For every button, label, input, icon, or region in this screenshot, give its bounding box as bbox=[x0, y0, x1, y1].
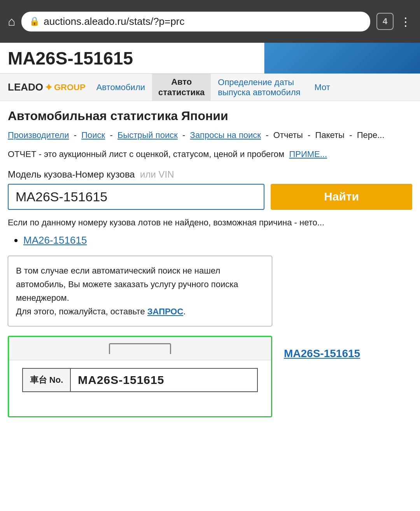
breadcrumb-search-queries[interactable]: Запросы на поиск bbox=[190, 130, 261, 140]
vin-plate-row: 車台 No. MA26S-151615 bbox=[22, 368, 258, 392]
vin-image-section: 車台 No. MA26S-151615 MA26S-151615 bbox=[8, 336, 412, 417]
vin-image-top bbox=[9, 337, 271, 360]
logo-gear-icon: ✦ bbox=[45, 82, 52, 93]
page-title-right-decoration bbox=[264, 43, 420, 73]
field-label: Модель кузова-Номер кузова или VIN bbox=[8, 169, 412, 180]
url-text: auctions.aleado.ru/stats/?p=prс bbox=[44, 16, 184, 28]
breadcrumb-producers[interactable]: Производители bbox=[8, 130, 69, 140]
tabs-badge[interactable]: 4 bbox=[376, 13, 394, 30]
nav-links: Автомобили Автостатистика Определение да… bbox=[89, 74, 337, 101]
nav-link-avtomobili[interactable]: Автомобили bbox=[89, 74, 152, 101]
address-bar[interactable]: 🔒 auctions.aleado.ru/stats/?p=prс bbox=[21, 12, 370, 31]
page-title: MA26S-151615 bbox=[0, 43, 264, 73]
browser-chrome: ⌂ 🔒 auctions.aleado.ru/stats/?p=prс 4 ⋮ bbox=[0, 0, 420, 43]
manual-search-box: В том случае если автоматический поиск н… bbox=[8, 256, 272, 327]
search-row: Найти bbox=[8, 184, 412, 210]
nav-link-mot[interactable]: Мот bbox=[307, 74, 337, 101]
vin-image-wrapper: 車台 No. MA26S-151615 bbox=[8, 336, 272, 417]
breadcrumb-search[interactable]: Поиск bbox=[81, 130, 105, 140]
breadcrumb-packages: Пакеты bbox=[315, 130, 345, 140]
nav-bar: LEADO ✦ GROUP Автомобили Автостатистика … bbox=[0, 74, 420, 101]
logo: LEADO ✦ GROUP bbox=[4, 74, 89, 101]
vin-bracket-decoration bbox=[109, 343, 171, 354]
description: ОТЧЕТ - это аукционный лист с оценкой, с… bbox=[8, 148, 412, 160]
page-heading: Автомобильная статистика Японии bbox=[8, 109, 412, 123]
search-button[interactable]: Найти bbox=[271, 184, 412, 210]
vin-link-right[interactable]: MA26S-151615 bbox=[284, 336, 360, 360]
breadcrumb: Производители - Поиск - Быстрый поиск - … bbox=[8, 129, 412, 141]
home-icon[interactable]: ⌂ bbox=[8, 14, 15, 29]
menu-icon[interactable]: ⋮ bbox=[400, 15, 412, 28]
nav-link-auto-stat[interactable]: Автостатистика bbox=[152, 74, 211, 101]
lock-icon: 🔒 bbox=[29, 16, 40, 26]
zapros-link[interactable]: ЗАПРОС bbox=[147, 307, 184, 316]
page-title-bar: MA26S-151615 bbox=[0, 43, 420, 74]
search-input[interactable] bbox=[8, 184, 264, 210]
suggestion-item: MA26-151615 bbox=[23, 234, 412, 246]
suggestion-list: MA26-151615 bbox=[8, 234, 412, 246]
breadcrumb-quick-search[interactable]: Быстрый поиск bbox=[117, 130, 178, 140]
no-lots-text: Если по данному номеру кузова лотов не н… bbox=[8, 217, 412, 229]
description-example-link[interactable]: ПРИМЕ... bbox=[289, 149, 327, 159]
logo-text: LEADO bbox=[8, 81, 43, 93]
vin-plate-value: MA26S-151615 bbox=[71, 369, 171, 391]
breadcrumb-reports: Отчеты bbox=[273, 130, 303, 140]
nav-link-date[interactable]: Определение датывыпуска автомобиля bbox=[211, 74, 307, 101]
suggestion-link[interactable]: MA26-151615 bbox=[23, 234, 87, 246]
main-content: Автомобильная статистика Японии Производ… bbox=[0, 101, 420, 417]
vin-plate-label: 車台 No. bbox=[23, 369, 71, 391]
breadcrumb-more: Пере... bbox=[357, 130, 385, 140]
logo-group-text: GROUP bbox=[54, 82, 86, 92]
